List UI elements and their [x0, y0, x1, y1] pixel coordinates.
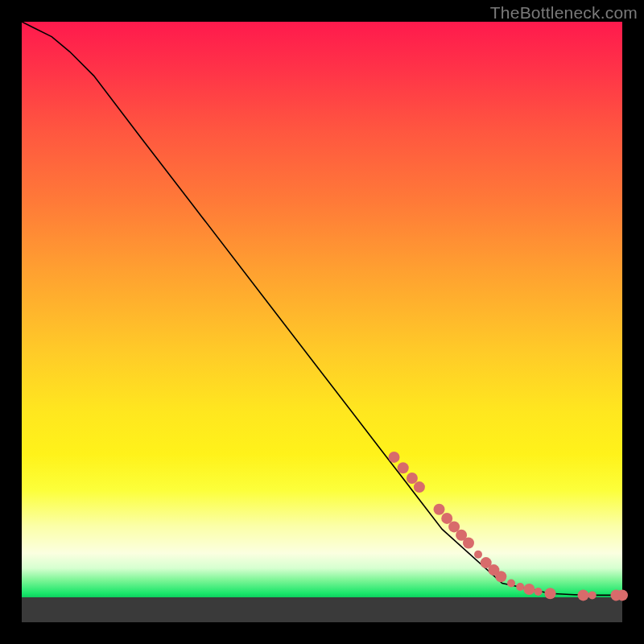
- data-point: [507, 580, 515, 588]
- data-point: [545, 588, 556, 599]
- curve-line: [22, 22, 622, 595]
- marker-cluster: [389, 452, 629, 601]
- data-point: [588, 591, 597, 599]
- data-point: [434, 504, 445, 515]
- data-point: [516, 583, 524, 591]
- chart-frame: TheBottleneck.com: [0, 0, 644, 644]
- data-point: [523, 584, 535, 595]
- chart-overlay: [22, 22, 622, 622]
- data-point: [407, 473, 418, 484]
- data-point: [495, 571, 506, 582]
- data-point: [535, 588, 543, 596]
- data-point: [474, 551, 482, 559]
- data-point: [578, 589, 589, 601]
- data-point: [617, 589, 628, 601]
- data-point: [414, 481, 425, 493]
- data-point: [463, 538, 474, 549]
- watermark-label: TheBottleneck.com: [490, 3, 638, 23]
- data-point: [398, 462, 409, 473]
- data-point: [389, 452, 400, 463]
